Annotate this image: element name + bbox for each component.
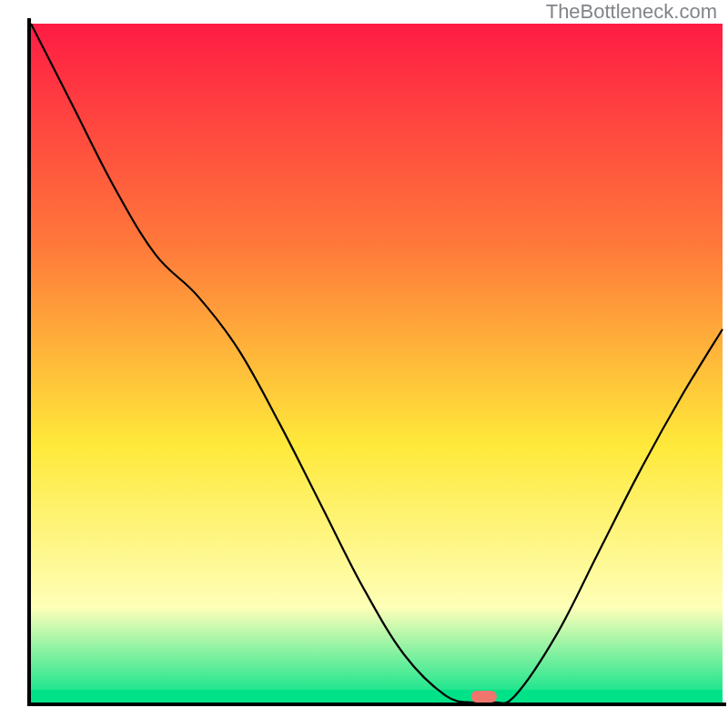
gradient-background xyxy=(31,24,723,703)
chart-container: TheBottleneck.com xyxy=(0,0,728,728)
bottleneck-chart xyxy=(0,0,728,728)
minimum-marker xyxy=(471,691,497,703)
plot-area xyxy=(31,24,723,703)
green-band xyxy=(31,690,723,703)
